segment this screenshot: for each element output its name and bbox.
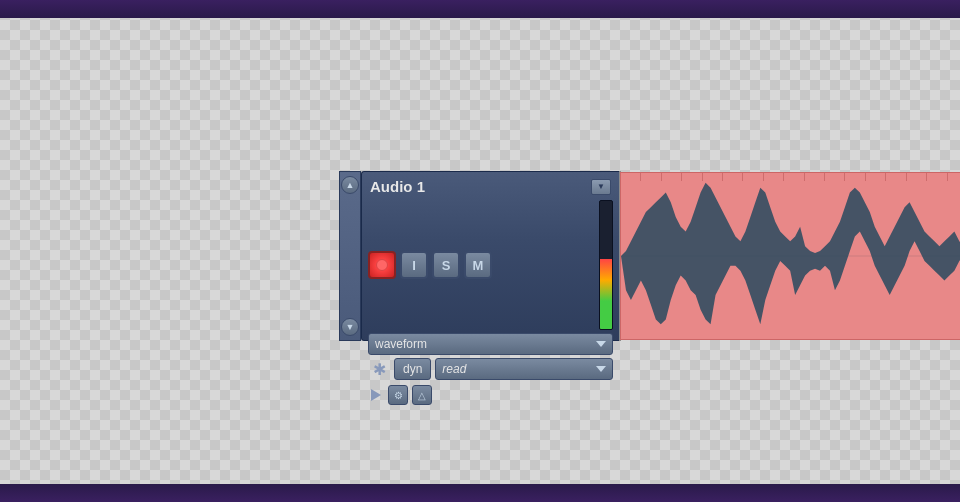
trim-icon: △ xyxy=(418,390,426,401)
audio-clip[interactable] xyxy=(620,172,960,340)
track-content xyxy=(619,171,621,341)
track-container: ▲ ▼ Audio 1 I S M waveform xyxy=(339,171,621,341)
asterisk-button[interactable]: ✱ xyxy=(368,358,390,380)
plugin-button[interactable]: dyn xyxy=(394,358,431,380)
volume-meter xyxy=(599,200,613,330)
scroll-up-button[interactable]: ▲ xyxy=(341,176,359,194)
automation-dropdown-arrow-icon xyxy=(596,366,606,372)
mute-button[interactable]: M xyxy=(464,251,492,279)
waveform-display xyxy=(621,173,960,339)
play-icon xyxy=(371,389,381,401)
record-icon xyxy=(376,259,388,271)
bottom-band xyxy=(0,484,960,502)
asterisk-icon: ✱ xyxy=(373,360,386,379)
meter-fill xyxy=(600,259,612,329)
track-title: Audio 1 xyxy=(370,178,425,195)
play-button[interactable] xyxy=(368,387,384,403)
track-header: Audio 1 I S M waveform ✱ xyxy=(361,171,619,341)
dropdown-arrow-icon xyxy=(596,341,606,347)
track-left-nav: ▲ ▼ xyxy=(339,171,361,341)
settings-button[interactable]: ⚙ xyxy=(388,385,408,405)
track-title-row: Audio 1 xyxy=(366,176,615,197)
scroll-down-button[interactable]: ▼ xyxy=(341,318,359,336)
input-button[interactable]: I xyxy=(400,251,428,279)
record-button[interactable] xyxy=(368,251,396,279)
track-menu-button[interactable] xyxy=(591,179,611,195)
waveform-row: waveform xyxy=(366,333,615,355)
trim-button[interactable]: △ xyxy=(412,385,432,405)
view-mode-label: waveform xyxy=(375,337,427,351)
view-mode-select[interactable]: waveform xyxy=(368,333,613,355)
plugin-automation-row: ✱ dyn read xyxy=(366,358,615,380)
automation-select[interactable]: read xyxy=(435,358,613,380)
automation-label: read xyxy=(442,362,466,376)
top-band xyxy=(0,0,960,18)
solo-button[interactable]: S xyxy=(432,251,460,279)
settings-icon: ⚙ xyxy=(394,390,403,401)
mini-controls-row: ⚙ △ xyxy=(366,385,615,405)
